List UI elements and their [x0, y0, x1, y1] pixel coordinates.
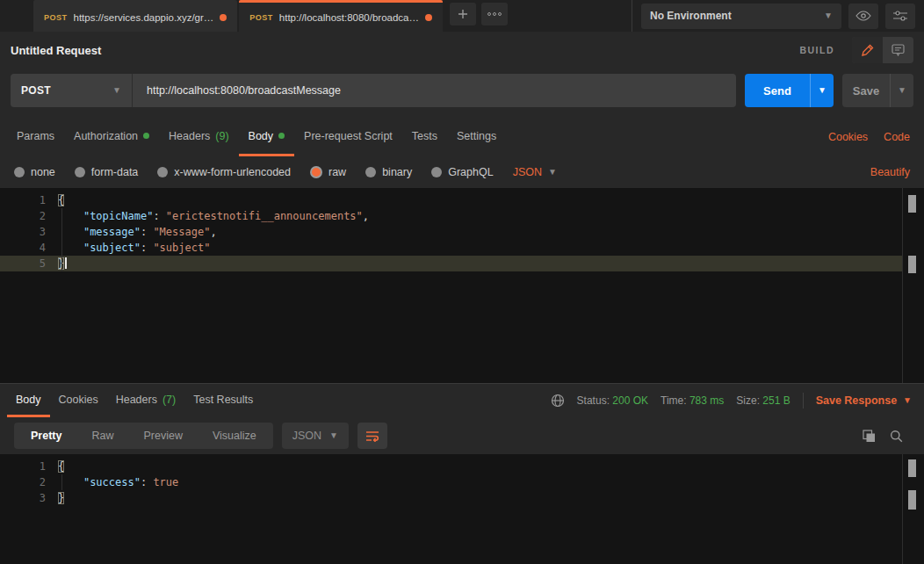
line-number: 4	[0, 240, 58, 256]
tab-settings[interactable]: Settings	[447, 118, 506, 156]
tab-tests[interactable]: Tests	[402, 118, 447, 156]
beautify-link[interactable]: Beautify	[870, 166, 910, 178]
code-line[interactable]: 3 "message": "Message",	[0, 224, 903, 240]
comment-icon	[892, 44, 905, 56]
environment-selector[interactable]: No Environment ▼	[641, 4, 841, 29]
wrap-text-button[interactable]	[357, 423, 387, 449]
environment-settings-button[interactable]	[885, 4, 915, 29]
chevron-down-icon: ▼	[112, 86, 121, 95]
raw-language-selector[interactable]: JSON ▼	[513, 166, 557, 178]
tab-headers[interactable]: Headers (9)	[159, 118, 239, 156]
option-label: x-www-form-urlencoded	[174, 166, 291, 178]
radio-icon	[431, 167, 442, 177]
view-raw[interactable]: Raw	[76, 430, 128, 442]
code-line[interactable]: 2 "topicName": "erictestnotifi__announce…	[0, 208, 903, 224]
response-header: Body Cookies Headers (7) Test Results St…	[0, 383, 924, 417]
scrollbar-thumb[interactable]	[908, 195, 916, 213]
body-type-binary[interactable]: binary	[365, 166, 412, 178]
response-body-viewer[interactable]: 1 { 2 "success": true 3 }	[0, 454, 924, 564]
code-line[interactable]: 3 }	[0, 490, 903, 506]
tab-options-button[interactable]	[481, 3, 508, 25]
body-type-options: none form-data x-www-form-urlencoded raw…	[0, 156, 924, 188]
chevron-down-icon: ▼	[898, 86, 906, 95]
environment-area: No Environment ▼	[632, 0, 924, 32]
code-link[interactable]: Code	[884, 131, 910, 143]
send-button-group: Send ▼	[745, 74, 834, 107]
line-number: 3	[0, 490, 58, 506]
tab-authorization[interactable]: Authorization	[64, 118, 159, 156]
top-tab-bar: POST https://services.dappio.xyz/gr… POS…	[0, 0, 924, 32]
copy-response-button[interactable]	[863, 430, 876, 443]
radio-icon	[365, 167, 376, 177]
option-label: none	[31, 166, 55, 178]
cursor-overview-marker[interactable]	[908, 256, 916, 273]
line-number: 1	[0, 192, 58, 208]
line-number: 1	[0, 459, 58, 474]
environment-quick-look-button[interactable]	[848, 4, 878, 29]
chevron-down-icon: ▼	[818, 86, 827, 95]
tab-body[interactable]: Body	[239, 118, 295, 156]
cookies-link[interactable]: Cookies	[828, 131, 868, 143]
body-set-dot-icon	[278, 133, 285, 139]
tab-params[interactable]: Params	[7, 118, 64, 156]
pencil-icon	[861, 44, 874, 57]
tab-label: Headers	[169, 130, 210, 142]
code-line[interactable]: 2 "success": true	[0, 474, 903, 490]
request-url-row: POST ▼ Send ▼ Save ▼	[0, 69, 924, 118]
send-button[interactable]: Send	[745, 74, 810, 107]
response-tab-headers[interactable]: Headers (7)	[107, 384, 185, 417]
comments-button[interactable]	[883, 37, 913, 63]
response-language-selector[interactable]: JSON ▼	[282, 423, 349, 449]
code-content: {	[58, 459, 64, 474]
response-tab-body[interactable]: Body	[7, 384, 50, 417]
request-tab-1[interactable]: POST https://services.dappio.xyz/gr…	[33, 0, 237, 32]
body-type-urlencoded[interactable]: x-www-form-urlencoded	[157, 166, 291, 178]
response-tab-cookies[interactable]: Cookies	[50, 384, 107, 417]
new-tab-button[interactable]	[450, 3, 476, 25]
code-line-current[interactable]: 5 }	[0, 256, 903, 271]
request-body-editor[interactable]: 1 { 2 "topicName": "erictestnotifi__anno…	[0, 188, 924, 383]
language-label: JSON	[513, 166, 542, 178]
search-response-button[interactable]	[890, 430, 903, 443]
tab-pre-request-script[interactable]: Pre-request Script	[294, 118, 402, 156]
response-tab-test-results[interactable]: Test Results	[184, 384, 262, 417]
code-content: "message": "Message",	[58, 224, 217, 240]
status-badge: Status: 200 OK	[577, 394, 648, 407]
unsaved-dot-icon	[425, 14, 432, 21]
url-input[interactable]	[133, 84, 736, 97]
code-content: }	[58, 256, 67, 271]
edit-mode-button[interactable]	[852, 37, 883, 63]
headers-count: (7)	[162, 394, 176, 406]
code-line[interactable]: 4 "subject": "subject"	[0, 240, 903, 256]
tab-method-label: POST	[44, 13, 68, 22]
eye-icon	[855, 11, 871, 21]
scrollbar-thumb[interactable]	[908, 459, 916, 477]
view-visualize[interactable]: Visualize	[198, 430, 271, 442]
response-toolbar-right	[863, 430, 910, 443]
body-type-form-data[interactable]: form-data	[75, 166, 139, 178]
code-content: "topicName": "erictestnotifi__announceme…	[58, 208, 369, 224]
code-line[interactable]: 1 {	[0, 459, 903, 474]
view-preview[interactable]: Preview	[128, 430, 197, 442]
save-button[interactable]: Save	[842, 74, 890, 107]
body-type-raw[interactable]: raw	[310, 166, 346, 178]
tab-label: Body	[16, 394, 41, 406]
scrollbar-thumb-2[interactable]	[908, 490, 916, 510]
time-badge: Time: 783 ms	[661, 394, 724, 407]
tab-label: Params	[17, 130, 54, 142]
code-line[interactable]: 1 {	[0, 192, 903, 208]
option-label: form-data	[91, 166, 139, 178]
view-pretty[interactable]: Pretty	[16, 430, 76, 442]
request-tab-2-active[interactable]: POST http://localhost:8080/broadca…	[239, 0, 443, 32]
tab-label: Body	[249, 130, 274, 142]
unsaved-dot-icon	[220, 14, 227, 21]
response-toolbar: Pretty Raw Preview Visualize JSON ▼	[0, 417, 924, 454]
save-options-button[interactable]: ▼	[890, 74, 913, 107]
code-content: {	[58, 192, 64, 208]
body-type-graphql[interactable]: GraphQL	[431, 166, 493, 178]
method-selector[interactable]: POST ▼	[11, 74, 133, 107]
indent-guide	[61, 208, 62, 271]
save-response-button[interactable]: Save Response ▼	[816, 394, 912, 407]
send-options-button[interactable]: ▼	[810, 74, 834, 107]
body-type-none[interactable]: none	[14, 166, 55, 178]
